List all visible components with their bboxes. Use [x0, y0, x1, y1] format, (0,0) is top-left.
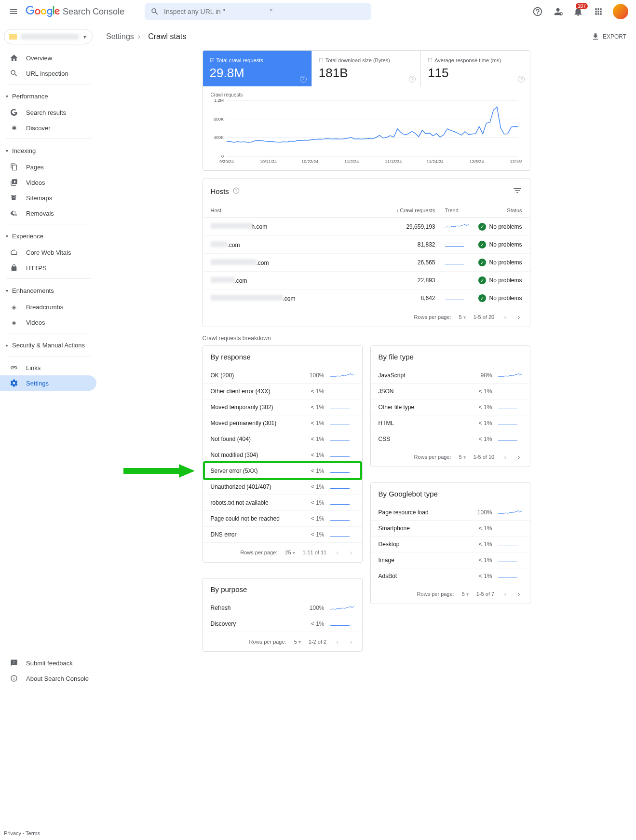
pager-size[interactable]: 25 ▾ — [285, 550, 295, 555]
host-row[interactable]: .com 26,565 ✓No problems — [203, 254, 530, 272]
breakdown-row[interactable]: JSON < 1% — [371, 384, 530, 399]
property-selector[interactable]: ▼ — [4, 29, 93, 44]
nav-pages[interactable]: Pages — [0, 159, 96, 175]
pager-size[interactable]: 5 ▾ — [459, 454, 466, 460]
breakdown-row[interactable]: Moved permanently (301) < 1% — [203, 415, 362, 431]
url-input[interactable] — [164, 8, 365, 15]
pager-next[interactable]: › — [348, 636, 354, 647]
nav-enhancements-header[interactable]: ▾Enhancements — [0, 282, 96, 299]
breakdown-row[interactable]: Desktop < 1% — [371, 537, 530, 552]
removals-icon — [10, 209, 18, 218]
nav-videos[interactable]: Videos — [0, 175, 96, 190]
breakdown-row[interactable]: HTML < 1% — [371, 415, 530, 431]
nav-discover[interactable]: ✱Discover — [0, 120, 96, 136]
metric-tab-total[interactable]: ☑Total crawl requests 29.8M ? — [203, 51, 312, 86]
breakdown-row[interactable]: Server error (5XX) < 1% — [203, 463, 362, 479]
pager-prev[interactable]: ‹ — [502, 588, 508, 600]
breakdown-row[interactable]: OK (200) 100% — [203, 368, 362, 384]
nav-url-inspection[interactable]: URL inspection — [0, 66, 96, 81]
breakdown-row[interactable]: Not found (404) < 1% — [203, 431, 362, 447]
breakdown-row[interactable]: JavaScript 98% — [371, 368, 530, 384]
help-icon[interactable] — [532, 6, 543, 17]
pager-size[interactable]: 5 ▾ — [294, 639, 301, 645]
nav-videos2[interactable]: ◈Videos — [0, 315, 96, 330]
users-icon[interactable] — [552, 6, 564, 17]
pager-size[interactable]: 5 ▾ — [459, 314, 466, 320]
nav-settings[interactable]: Settings — [0, 375, 96, 391]
pager-prev[interactable]: ‹ — [502, 451, 508, 463]
pager-next[interactable]: › — [516, 311, 522, 323]
speed-icon — [10, 248, 18, 257]
host-row[interactable]: .com 81,832 ✓No problems — [203, 236, 530, 254]
download-icon — [591, 32, 600, 41]
nav-removals[interactable]: Removals — [0, 206, 96, 221]
pager-prev[interactable]: ‹ — [334, 636, 340, 647]
breakdown-row[interactable]: DNS error < 1% — [203, 527, 362, 543]
nav-about[interactable]: About Search Console — [0, 671, 96, 686]
help-icon[interactable]: ? — [233, 187, 240, 195]
hosts-card: Hosts ? Host ↓Crawl requests Trend Statu… — [203, 179, 530, 327]
breakdown-row[interactable]: Other client error (4XX) < 1% — [203, 384, 362, 399]
pager-prev[interactable]: ‹ — [334, 547, 340, 558]
breakdown-row[interactable]: Discovery < 1% — [203, 616, 362, 632]
by-response-card: By response OK (200) 100% Other client e… — [203, 345, 363, 563]
col-requests[interactable]: ↓Crawl requests — [392, 207, 435, 213]
help-icon[interactable]: ? — [518, 76, 525, 83]
svg-text:0: 0 — [221, 154, 223, 159]
url-inspect-search[interactable] — [145, 3, 371, 20]
nav-experience-header[interactable]: ▾Experience — [0, 227, 96, 245]
breakdown-row[interactable]: Other file type < 1% — [371, 399, 530, 415]
breakdown-row[interactable]: Smartphone < 1% — [371, 521, 530, 537]
nav-breadcrumbs[interactable]: ◈Breadcrumbs — [0, 299, 96, 315]
breakdown-row[interactable]: Image < 1% — [371, 552, 530, 568]
crawl-requests-chart: 0400K800K1.2M9/30/2410/11/2410/22/2411/2… — [211, 97, 522, 165]
by-purpose-card: By purpose Refresh 100% Discovery < 1% R… — [203, 578, 363, 652]
host-row[interactable]: .com 22,893 ✓No problems — [203, 272, 530, 289]
video-icon — [10, 178, 18, 187]
breakdown-row[interactable]: AdsBot < 1% — [371, 568, 530, 584]
nav-search-results[interactable]: Search results — [0, 105, 96, 120]
menu-icon[interactable] — [8, 6, 19, 17]
help-icon[interactable]: ? — [300, 76, 307, 83]
by-filetype-card: By file type JavaScript 98% JSON < 1% Ot… — [370, 345, 530, 467]
svg-text:11/2/24: 11/2/24 — [344, 159, 359, 164]
help-icon[interactable]: ? — [409, 76, 416, 83]
metric-tab-download[interactable]: ☐Total download size (Bytes) 181B ? — [312, 51, 421, 86]
chevron-down-icon: ▾ — [298, 639, 301, 645]
pager-next[interactable]: › — [516, 588, 522, 600]
nav-security-header[interactable]: ▸Security & Manual Actions — [0, 336, 96, 354]
nav-sitemaps[interactable]: Sitemaps — [0, 190, 96, 206]
breakdown-row[interactable]: Unauthorized (401/407) < 1% — [203, 479, 362, 495]
breakdown-row[interactable]: Page could not be reached < 1% — [203, 511, 362, 527]
breakdown-row[interactable]: Moved temporarily (302) < 1% — [203, 399, 362, 415]
svg-text:1.2M: 1.2M — [214, 98, 223, 103]
export-button[interactable]: EXPORT — [591, 32, 626, 41]
nav-performance-header[interactable]: ▾Performance — [0, 87, 96, 105]
apps-icon[interactable] — [593, 6, 604, 17]
nav-https[interactable]: HTTPS — [0, 260, 96, 275]
breakdown-row[interactable]: CSS < 1% — [371, 431, 530, 447]
pager-size[interactable]: 5 ▾ — [462, 591, 469, 597]
breakdown-row[interactable]: Refresh 100% — [203, 600, 362, 616]
breakdown-row[interactable]: Not modified (304) < 1% — [203, 447, 362, 463]
nav-overview[interactable]: Overview — [0, 50, 96, 66]
sort-down-icon: ↓ — [396, 208, 399, 213]
col-status: Status — [469, 207, 522, 213]
breakdown-row[interactable]: Page resource load 100% — [371, 505, 530, 521]
pager-prev[interactable]: ‹ — [502, 311, 508, 323]
logo: Search Console — [25, 6, 124, 17]
nav-cwv[interactable]: Core Web Vitals — [0, 245, 96, 260]
nav-indexing-header[interactable]: ▾Indexing — [0, 142, 96, 159]
host-row[interactable]: .com 8,642 ✓No problems — [203, 289, 530, 307]
host-row[interactable]: h.com 29,659,193 ✓No problems — [203, 218, 530, 236]
metric-tab-response[interactable]: ☐Average response time (ms) 115 ? — [421, 51, 529, 86]
breakdown-row[interactable]: robots.txt not available < 1% — [203, 495, 362, 511]
nav-feedback[interactable]: Submit feedback — [0, 655, 96, 671]
filter-icon[interactable] — [513, 186, 522, 197]
notifications-icon[interactable]: 107 — [572, 6, 584, 17]
pager-next[interactable]: › — [348, 547, 354, 558]
nav-links[interactable]: Links — [0, 360, 96, 375]
pager-next[interactable]: › — [516, 451, 522, 463]
avatar[interactable] — [613, 4, 628, 19]
breadcrumb-parent[interactable]: Settings — [106, 32, 134, 41]
